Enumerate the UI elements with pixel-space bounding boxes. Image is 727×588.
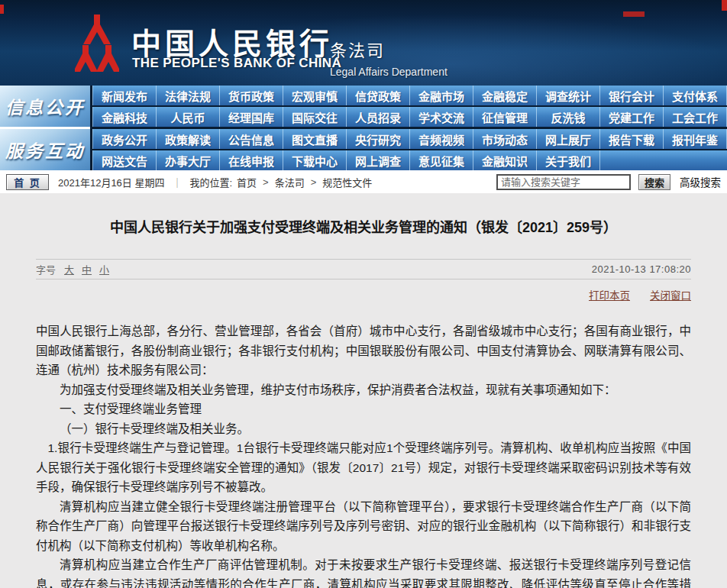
nav-item[interactable]: 征信管理 — [473, 107, 537, 127]
nav-item[interactable]: 货币政策 — [220, 86, 283, 105]
nav-item[interactable]: 银行会计 — [600, 86, 664, 105]
nav-item[interactable]: 工会工作 — [664, 107, 727, 127]
nav-item[interactable]: 经理国库 — [220, 107, 283, 127]
nav-item[interactable]: 国际交往 — [283, 107, 347, 127]
nav-item[interactable]: 调查统计 — [537, 86, 600, 105]
pboc-logo-icon — [75, 14, 119, 75]
font-size-option[interactable]: 中 — [82, 264, 92, 276]
nav-item[interactable]: 网上展厅 — [537, 129, 600, 149]
nav-item[interactable]: 新闻发布 — [93, 86, 157, 105]
search-group: 搜索 高级搜索 — [496, 174, 721, 190]
decor-red-dash — [623, 11, 645, 17]
main-navigation: 信息公开 新闻发布法律法规货币政策宏观审慎信贷政策金融市场金融稳定调查统计银行会… — [0, 86, 727, 170]
article-body: 中国人民银行上海总部，各分行、营业管理部，各省会（首府）城市中心支行，各副省级城… — [36, 302, 691, 588]
breadcrumb: 2021年12月16日 星期四 ｜ 我的位置: 首页 > 条法司 > 规范性文件 — [58, 175, 372, 189]
article-paragraph: 为加强支付受理终端及相关业务管理，维护支付市场秩序，保护消费者合法权益，现就有关… — [36, 380, 691, 400]
article-paragraph: 一、支付受理终端业务管理 — [36, 399, 691, 419]
nav-item[interactable]: 公告信息 — [220, 129, 283, 149]
nav-item[interactable]: 政策解读 — [157, 129, 220, 149]
nav-item[interactable]: 金融科技 — [93, 107, 157, 127]
location-prefix: 我的位置: — [189, 175, 232, 189]
font-size-label: 字号 — [36, 262, 56, 276]
article-paragraph: 清算机构应当建立合作生产厂商评估管理机制。对于未按要求生产银行卡受理终端、报送银… — [36, 555, 691, 588]
nav-item[interactable]: 办事大厅 — [157, 150, 220, 170]
nav-item[interactable]: 图文直播 — [283, 129, 347, 149]
bank-name-en: THE PEOPLE'S BANK OF CHINA — [132, 56, 341, 71]
nav-item[interactable]: 人员招录 — [347, 107, 410, 127]
decor-red-right — [722, 0, 727, 11]
breadcrumb-legal-affairs[interactable]: 条法司 — [275, 175, 305, 189]
nav-item[interactable]: 关于我们 — [537, 150, 600, 170]
nav-item[interactable]: 金融知识 — [473, 150, 537, 170]
department-block: 条法司 Legal Affairs Department — [330, 37, 448, 78]
site-header: 中国人民银行 THE PEOPLE'S BANK OF CHINA 条法司 Le… — [0, 0, 727, 86]
publish-timestamp: 2021-10-13 17:08:20 — [592, 263, 691, 275]
article-container: 中国人民银行关于加强支付受理终端及相关业务管理的通知（银发〔2021〕259号）… — [0, 193, 727, 588]
advanced-search-link[interactable]: 高级搜索 — [680, 174, 721, 189]
breadcrumb-separator: > — [311, 176, 317, 188]
print-page-link[interactable]: 打印本页 — [589, 287, 630, 302]
search-input[interactable] — [496, 174, 631, 190]
article-paragraph: 1.银行卡受理终端生产与登记管理。1台银行卡受理终端只能对应1个受理终端序列号。… — [36, 438, 691, 497]
nav-item[interactable]: 报告下载 — [600, 129, 664, 149]
nav-item[interactable]: 党建工作 — [600, 107, 664, 127]
breadcrumb-bar: 首 页 2021年12月16日 星期四 ｜ 我的位置: 首页 > 条法司 > 规… — [0, 170, 727, 193]
font-size-option[interactable]: 大 — [64, 264, 74, 276]
nav-item[interactable]: 意见征集 — [410, 150, 473, 170]
article-paragraph: （一）银行卡受理终端及相关业务。 — [36, 419, 691, 439]
nav-item[interactable]: 信贷政策 — [347, 86, 410, 105]
nav-section-label: 服务互动 — [0, 129, 90, 170]
breadcrumb-home[interactable]: 首页 — [237, 175, 257, 189]
nav-item[interactable]: 在线申报 — [220, 150, 283, 170]
nav-item[interactable]: 音频视频 — [410, 129, 473, 149]
font-size-options: 大中小 — [60, 262, 113, 276]
breadcrumb-separator: > — [263, 176, 269, 188]
article-paragraph: 中国人民银行上海总部，各分行、营业管理部，各省会（首府）城市中心支行，各副省级城… — [36, 321, 691, 380]
close-window-link[interactable]: 关闭窗口 — [650, 287, 691, 302]
nav-section-label: 信息公开 — [0, 86, 90, 127]
home-button[interactable]: 首 页 — [6, 174, 49, 190]
nav-item[interactable]: 市场动态 — [473, 129, 537, 149]
nav-item[interactable]: 网上调查 — [347, 150, 410, 170]
nav-item[interactable]: 宏观审慎 — [283, 86, 347, 105]
nav-row: 新闻发布法律法规货币政策宏观审慎信贷政策金融市场金融稳定调查统计银行会计支付体系 — [92, 86, 727, 105]
nav-item[interactable]: 下载中心 — [283, 150, 347, 170]
page: { "header": { "bank_name_cn": "中国人民银行", … — [0, 0, 727, 588]
nav-item[interactable]: 央行研究 — [347, 129, 410, 149]
nav-item[interactable]: 金融市场 — [410, 86, 473, 105]
article-title: 中国人民银行关于加强支付受理终端及相关业务管理的通知（银发〔2021〕259号） — [36, 193, 691, 237]
nav-row: 政务公开政策解读公告信息图文直播央行研究音频视频市场动态网上展厅报告下载报刊年鉴 — [92, 129, 727, 149]
divider: ｜ — [172, 175, 182, 189]
nav-item[interactable]: 人民币 — [157, 107, 220, 127]
search-button[interactable]: 搜索 — [638, 174, 670, 190]
department-name-cn: 条法司 — [330, 37, 448, 61]
nav-item[interactable]: 支付体系 — [664, 86, 727, 105]
decor-red-left — [0, 5, 4, 14]
nav-section-info-disclosure: 信息公开 新闻发布法律法规货币政策宏观审慎信贷政策金融市场金融稳定调查统计银行会… — [0, 86, 727, 127]
nav-item[interactable]: 反洗钱 — [537, 107, 600, 127]
font-size-option[interactable]: 小 — [99, 264, 109, 276]
nav-rows: 新闻发布法律法规货币政策宏观审慎信贷政策金融市场金融稳定调查统计银行会计支付体系… — [92, 86, 727, 127]
article-paragraph: 清算机构应当建立健全银行卡受理终端注册管理平台（以下简称管理平台），要求银行卡受… — [36, 497, 691, 556]
nav-item[interactable]: 报刊年鉴 — [664, 129, 727, 149]
nav-section-services: 服务互动 政务公开政策解读公告信息图文直播央行研究音频视频市场动态网上展厅报告下… — [0, 129, 727, 170]
article-meta-row: 字号 大中小 2021-10-13 17:08:20 — [36, 259, 691, 279]
nav-row: 网送文告办事大厅在线申报下载中心网上调查意见征集金融知识关于我们 — [92, 150, 727, 170]
nav-rows: 政务公开政策解读公告信息图文直播央行研究音频视频市场动态网上展厅报告下载报刊年鉴… — [92, 129, 727, 170]
department-name-en: Legal Affairs Department — [330, 66, 448, 78]
nav-item[interactable]: 学术交流 — [410, 107, 473, 127]
date-text: 2021年12月16日 星期四 — [58, 175, 164, 189]
nav-item[interactable]: 政务公开 — [93, 129, 157, 149]
nav-row: 金融科技人民币经理国库国际交往人员招录学术交流征信管理反洗钱党建工作工会工作 — [92, 107, 727, 127]
article-actions-row: 打印本页 关闭窗口 — [36, 279, 691, 302]
nav-item[interactable]: 法律法规 — [157, 86, 220, 105]
nav-item[interactable]: 金融稳定 — [473, 86, 537, 105]
nav-item[interactable]: 网送文告 — [93, 150, 157, 170]
breadcrumb-normative-docs[interactable]: 规范性文件 — [322, 175, 372, 189]
